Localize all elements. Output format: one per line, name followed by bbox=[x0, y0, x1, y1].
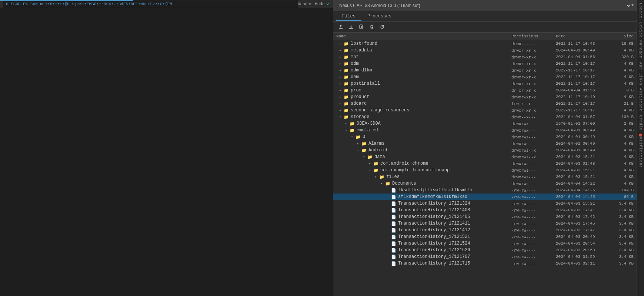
file-size: 4 KB bbox=[611, 128, 634, 132]
sidebar-device-manager-label[interactable]: Device Manager bbox=[638, 21, 643, 60]
sidebar-notifications-label[interactable]: Notifications bbox=[638, 133, 643, 169]
table-row[interactable]: ▸📁Alarmsdrwxrws---2024-04-01 00:494 KB bbox=[333, 140, 637, 147]
folder-expand-arrow[interactable]: ▸ bbox=[339, 108, 343, 112]
table-row[interactable]: 📄TransactionHistory_17121412-rw-rw----20… bbox=[333, 227, 637, 233]
table-row[interactable]: 📄sflksdmflksmdfkmlslkfmlksd-rw-rw----202… bbox=[333, 194, 637, 200]
file-date: 2022-11-17 10:17 bbox=[556, 101, 611, 106]
table-row[interactable]: ▸📁com.android.chromedrwxrws---2024-04-03… bbox=[333, 160, 637, 167]
folder-expand-arrow[interactable]: ▾ bbox=[363, 155, 367, 159]
folder-expand-arrow[interactable]: ▾ bbox=[339, 115, 343, 119]
folder-expand-arrow[interactable]: ▾ bbox=[381, 182, 384, 186]
folder-expand-arrow[interactable]: ▸ bbox=[339, 62, 343, 66]
file-date: 2024-04-01 00:49 bbox=[556, 135, 611, 139]
table-row[interactable]: ▸📁sdcardlrw-r--r--2022-11-17 10:1721 B bbox=[333, 100, 637, 107]
file-permissions: drwxrws--- bbox=[511, 161, 556, 166]
table-row[interactable]: 📄TransactionHistory_17121408-rw-rw----20… bbox=[333, 207, 637, 213]
folder-expand-arrow[interactable]: ▸ bbox=[339, 42, 343, 46]
file-date: 2022-11-17 10:17 bbox=[556, 108, 611, 112]
table-row[interactable]: ▸📁postinstalldrwxr-xr-x2022-11-17 10:174… bbox=[333, 80, 637, 87]
folder-expand-arrow[interactable]: ▸ bbox=[339, 48, 343, 53]
table-row[interactable]: ▾📁storagedrwx--x---2024-04-04 01:57100 B bbox=[333, 114, 637, 120]
file-permissions: -rw-rw---- bbox=[511, 261, 556, 266]
file-permissions: drwxr-xr-x bbox=[511, 61, 556, 66]
folder-expand-arrow[interactable]: ▾ bbox=[375, 175, 378, 179]
file-size: 21 B bbox=[611, 101, 634, 106]
refresh-button[interactable] bbox=[378, 23, 387, 31]
delete-button[interactable] bbox=[367, 23, 376, 31]
folder-expand-arrow[interactable]: ▸ bbox=[369, 162, 373, 166]
file-permissions: drwxrwx--- bbox=[511, 128, 556, 133]
file-icon: 📄 bbox=[391, 188, 396, 193]
table-row[interactable]: ▾📁datadrwxrws--x2024-04-03 15:214 KB bbox=[333, 154, 637, 160]
table-row[interactable]: ▸📁oemdrwxr-xr-x2022-11-17 10:174 KB bbox=[333, 74, 637, 80]
folder-expand-arrow[interactable]: ▸ bbox=[339, 82, 343, 86]
upload-button[interactable] bbox=[336, 23, 345, 31]
table-row[interactable]: ▾📁filesdrwxrws---2024-04-03 15:214 KB bbox=[333, 174, 637, 180]
folder-icon: 📁 bbox=[379, 175, 384, 179]
new-file-button[interactable] bbox=[357, 23, 366, 31]
file-date: 2024-04-04 14:25 bbox=[556, 188, 611, 192]
folder-expand-arrow[interactable]: ▾ bbox=[351, 135, 355, 139]
folder-expand-arrow[interactable]: ▸ bbox=[339, 102, 343, 106]
folder-expand-arrow[interactable]: ▸ bbox=[339, 95, 343, 99]
reader-mode-area: Reader Mode ✓ bbox=[298, 1, 330, 7]
file-permissions: -rw-rw---- bbox=[511, 208, 556, 213]
table-row[interactable]: 📄TransactionHistory_17121324-rw-rw----20… bbox=[333, 200, 637, 207]
table-row[interactable]: ▸📁mntdrwxr-xr-x2024-04-04 01:56320 B bbox=[333, 54, 637, 60]
file-date: 2024-04-03 15:21 bbox=[556, 201, 611, 206]
folder-expand-arrow[interactable]: ▸ bbox=[357, 142, 361, 146]
table-row[interactable]: ▸📁08EA-3D0Adrwxrwx---1970-01-01 07:002 K… bbox=[333, 120, 637, 127]
file-icon: 📄 bbox=[391, 248, 396, 253]
table-row[interactable]: ▾📁emulateddrwxrwx---2024-04-01 00:494 KB bbox=[333, 127, 637, 134]
file-permissions: drwxrws--- bbox=[511, 141, 556, 146]
table-row[interactable]: ▸📁odm_dlkmdrwxr-xr-x2022-11-17 10:174 KB bbox=[333, 67, 637, 74]
folder-icon: 📁 bbox=[344, 61, 349, 66]
table-row[interactable]: ▸📁odmdrwxr-xr-x2022-11-17 10:174 KB bbox=[333, 60, 637, 67]
table-row[interactable]: 📄TransactionHistory_17121715-rw-rw----20… bbox=[333, 260, 637, 267]
table-row[interactable]: ▾📁Androiddrwxrws--x2024-04-01 00:494 KB bbox=[333, 147, 637, 154]
sidebar-app-links-label[interactable]: App Links Assistant bbox=[638, 61, 643, 113]
table-row[interactable]: ▾📁0drwxrws---2024-04-01 00:494 KB bbox=[333, 134, 637, 140]
folder-expand-arrow[interactable]: ▸ bbox=[345, 122, 349, 126]
file-permissions: drwxr-xr-x bbox=[511, 68, 556, 73]
table-row[interactable]: ▸📁metadatadrwxr-xr-x2024-04-01 00:494 KB bbox=[333, 47, 637, 54]
table-row[interactable]: 📄TransactionHistory_17121707-rw-rw----20… bbox=[333, 253, 637, 260]
sidebar-gradle-label[interactable]: Gradle bbox=[638, 114, 643, 132]
file-size: 16 KB bbox=[611, 41, 634, 46]
folder-expand-arrow[interactable]: ▾ bbox=[369, 168, 373, 172]
folder-expand-arrow[interactable]: ▸ bbox=[339, 75, 343, 79]
folder-expand-arrow[interactable]: ▸ bbox=[339, 55, 343, 59]
table-row[interactable]: 📄TransactionHistory_17121411-rw-rw----20… bbox=[333, 220, 637, 227]
file-size: 4 KB bbox=[611, 61, 634, 66]
folder-expand-arrow[interactable]: ▾ bbox=[357, 148, 361, 152]
file-permissions: drwxr-xr-x bbox=[511, 95, 556, 100]
download-button[interactable] bbox=[347, 23, 356, 31]
table-row[interactable]: ▾📁com.example.transactionappdrwxrws---20… bbox=[333, 167, 637, 174]
table-row[interactable]: ▸📁lost+founddrwx------2022-11-17 10:4316… bbox=[333, 40, 637, 47]
table-row[interactable]: 📄TransactionHistory_17121521-rw-rw----20… bbox=[333, 233, 637, 240]
folder-icon: 📁 bbox=[361, 148, 367, 153]
table-row[interactable]: 📄TransactionHistory_17121524-rw-rw----20… bbox=[333, 240, 637, 247]
table-row[interactable]: 📄fksdflksdjflksmflksmflksmflk-rw-rw----2… bbox=[333, 187, 637, 194]
progress-bar bbox=[0, 0, 133, 1]
table-row[interactable]: ▾📁Documentsdrwxrws---2024-04-04 14:224 K… bbox=[333, 180, 637, 187]
sidebar-notifications[interactable]: Notifications bbox=[638, 133, 643, 171]
file-permissions: -rw-rw---- bbox=[511, 241, 556, 246]
sidebar-logcat-label[interactable]: Logcat bbox=[638, 1, 643, 20]
file-size: 4 KB bbox=[611, 75, 634, 79]
tab-files[interactable]: Files bbox=[336, 12, 361, 21]
folder-expand-arrow[interactable]: ▸ bbox=[339, 88, 343, 92]
folder-expand-arrow[interactable]: ▾ bbox=[345, 128, 349, 132]
table-row[interactable]: ▸📁procdr-xr-xr-x2024-04-04 01:560 B bbox=[333, 87, 637, 94]
table-row[interactable]: ▸📁second_stage_resourcesdrwxr-xr-x2022-1… bbox=[333, 107, 637, 114]
reader-mode-check[interactable]: ✓ bbox=[327, 1, 330, 7]
table-row[interactable]: 📄TransactionHistory_17121405-rw-rw----20… bbox=[333, 213, 637, 220]
table-row[interactable]: 📄TransactionHistory_17121526-rw-rw----20… bbox=[333, 247, 637, 253]
file-size: 66 B bbox=[611, 195, 634, 199]
folder-expand-arrow[interactable]: ▸ bbox=[339, 68, 343, 73]
tabs-bar: Files Processes bbox=[333, 11, 637, 21]
table-row[interactable]: ▸📁productdrwxr-xr-x2022-11-17 10:404 KB bbox=[333, 94, 637, 100]
device-select[interactable]: Nexus 6 API 33 Android 13.0 ("Tiramisu") bbox=[336, 0, 631, 11]
tab-processes[interactable]: Processes bbox=[361, 12, 397, 21]
folder-icon: 📁 bbox=[344, 55, 349, 60]
